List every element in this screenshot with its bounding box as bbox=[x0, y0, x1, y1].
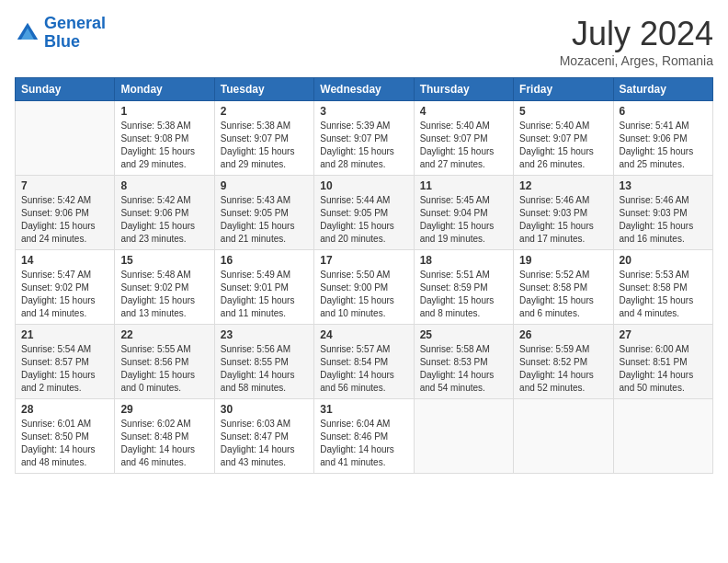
calendar-cell: 16 Sunrise: 5:49 AM Sunset: 9:01 PM Dayl… bbox=[214, 250, 313, 325]
sunset-text: Sunset: 8:48 PM bbox=[120, 431, 188, 442]
day-info: Sunrise: 5:45 AM Sunset: 9:04 PM Dayligh… bbox=[420, 194, 507, 246]
weekday-header: Friday bbox=[514, 78, 613, 101]
day-number: 14 bbox=[21, 254, 108, 267]
day-info: Sunrise: 5:40 AM Sunset: 9:07 PM Dayligh… bbox=[420, 120, 507, 171]
day-info: Sunrise: 5:51 AM Sunset: 8:59 PM Dayligh… bbox=[420, 269, 507, 320]
calendar-table: SundayMondayTuesdayWednesdayThursdayFrid… bbox=[15, 77, 713, 474]
day-number: 21 bbox=[21, 328, 108, 341]
daylight-text: Daylight: 15 hours and 6 minutes. bbox=[519, 295, 594, 318]
day-info: Sunrise: 5:42 AM Sunset: 9:06 PM Dayligh… bbox=[21, 194, 108, 246]
calendar-cell: 5 Sunrise: 5:40 AM Sunset: 9:07 PM Dayli… bbox=[514, 101, 613, 176]
calendar-cell bbox=[613, 399, 712, 474]
month-year: July 2024 bbox=[560, 15, 713, 53]
day-number: 12 bbox=[519, 179, 607, 192]
day-number: 27 bbox=[620, 328, 707, 341]
sunrise-text: Sunrise: 5:47 AM bbox=[21, 270, 91, 280]
sunset-text: Sunset: 8:59 PM bbox=[420, 282, 488, 293]
day-info: Sunrise: 5:38 AM Sunset: 9:08 PM Dayligh… bbox=[120, 120, 208, 171]
calendar-week-row: 7 Sunrise: 5:42 AM Sunset: 9:06 PM Dayli… bbox=[16, 176, 713, 250]
weekday-header: Sunday bbox=[16, 78, 115, 101]
sunset-text: Sunset: 8:58 PM bbox=[620, 282, 688, 293]
sunrise-text: Sunrise: 5:58 AM bbox=[420, 344, 490, 354]
sunrise-text: Sunrise: 5:38 AM bbox=[221, 121, 290, 131]
daylight-text: Daylight: 14 hours and 54 minutes. bbox=[420, 370, 495, 393]
day-number: 22 bbox=[120, 328, 208, 341]
calendar-cell: 19 Sunrise: 5:52 AM Sunset: 8:58 PM Dayl… bbox=[514, 250, 613, 325]
calendar-cell: 13 Sunrise: 5:46 AM Sunset: 9:03 PM Dayl… bbox=[613, 176, 712, 250]
daylight-text: Daylight: 14 hours and 50 minutes. bbox=[620, 370, 694, 393]
daylight-text: Daylight: 15 hours and 19 minutes. bbox=[420, 221, 495, 244]
daylight-text: Daylight: 15 hours and 2 minutes. bbox=[21, 370, 96, 393]
day-number: 6 bbox=[620, 105, 707, 118]
day-info: Sunrise: 5:55 AM Sunset: 8:56 PM Dayligh… bbox=[120, 343, 208, 395]
daylight-text: Daylight: 15 hours and 29 minutes. bbox=[221, 146, 295, 169]
calendar-cell: 23 Sunrise: 5:56 AM Sunset: 8:55 PM Dayl… bbox=[214, 325, 313, 399]
day-info: Sunrise: 6:00 AM Sunset: 8:51 PM Dayligh… bbox=[620, 343, 707, 395]
day-number: 8 bbox=[120, 179, 208, 192]
day-number: 29 bbox=[120, 403, 208, 416]
sunrise-text: Sunrise: 6:03 AM bbox=[221, 419, 290, 429]
calendar-cell: 24 Sunrise: 5:57 AM Sunset: 8:54 PM Dayl… bbox=[314, 325, 414, 399]
sunrise-text: Sunrise: 5:52 AM bbox=[519, 270, 589, 280]
day-info: Sunrise: 5:48 AM Sunset: 9:02 PM Dayligh… bbox=[120, 269, 208, 320]
sunrise-text: Sunrise: 5:55 AM bbox=[120, 344, 190, 354]
sunrise-text: Sunrise: 5:54 AM bbox=[21, 344, 91, 354]
day-number: 5 bbox=[519, 105, 607, 118]
sunset-text: Sunset: 9:06 PM bbox=[620, 133, 688, 144]
daylight-text: Daylight: 15 hours and 4 minutes. bbox=[620, 295, 694, 318]
daylight-text: Daylight: 14 hours and 48 minutes. bbox=[21, 444, 96, 467]
sunrise-text: Sunrise: 5:53 AM bbox=[620, 270, 689, 280]
title-block: July 2024 Mozaceni, Arges, Romania bbox=[560, 15, 713, 68]
day-number: 15 bbox=[120, 254, 208, 267]
sunset-text: Sunset: 9:03 PM bbox=[519, 208, 587, 218]
daylight-text: Daylight: 14 hours and 43 minutes. bbox=[221, 444, 295, 467]
daylight-text: Daylight: 15 hours and 27 minutes. bbox=[420, 146, 495, 169]
calendar-cell bbox=[514, 399, 613, 474]
sunrise-text: Sunrise: 5:50 AM bbox=[320, 270, 390, 280]
sunrise-text: Sunrise: 5:40 AM bbox=[420, 121, 490, 131]
sunset-text: Sunset: 8:53 PM bbox=[420, 357, 488, 367]
calendar-cell: 31 Sunrise: 6:04 AM Sunset: 8:46 PM Dayl… bbox=[314, 399, 414, 474]
sunset-text: Sunset: 8:54 PM bbox=[320, 357, 388, 367]
daylight-text: Daylight: 15 hours and 11 minutes. bbox=[221, 295, 295, 318]
daylight-text: Daylight: 15 hours and 25 minutes. bbox=[620, 146, 694, 169]
page-header: General Blue July 2024 Mozaceni, Arges, … bbox=[15, 15, 713, 68]
sunset-text: Sunset: 9:07 PM bbox=[320, 133, 388, 144]
day-info: Sunrise: 5:46 AM Sunset: 9:03 PM Dayligh… bbox=[620, 194, 707, 246]
calendar-cell: 3 Sunrise: 5:39 AM Sunset: 9:07 PM Dayli… bbox=[314, 101, 414, 176]
sunset-text: Sunset: 9:05 PM bbox=[320, 208, 388, 218]
calendar-cell: 29 Sunrise: 6:02 AM Sunset: 8:48 PM Dayl… bbox=[115, 399, 214, 474]
daylight-text: Daylight: 15 hours and 8 minutes. bbox=[420, 295, 495, 318]
calendar-cell: 14 Sunrise: 5:47 AM Sunset: 9:02 PM Dayl… bbox=[16, 250, 115, 325]
logo: General Blue bbox=[15, 15, 106, 52]
daylight-text: Daylight: 14 hours and 52 minutes. bbox=[519, 370, 594, 393]
sunset-text: Sunset: 9:02 PM bbox=[120, 282, 188, 293]
sunset-text: Sunset: 9:06 PM bbox=[21, 208, 89, 218]
day-number: 11 bbox=[420, 179, 507, 192]
calendar-header-row: SundayMondayTuesdayWednesdayThursdayFrid… bbox=[16, 78, 713, 101]
day-info: Sunrise: 5:47 AM Sunset: 9:02 PM Dayligh… bbox=[21, 269, 108, 320]
day-info: Sunrise: 6:01 AM Sunset: 8:50 PM Dayligh… bbox=[21, 418, 108, 469]
daylight-text: Daylight: 15 hours and 16 minutes. bbox=[620, 221, 694, 244]
sunset-text: Sunset: 9:04 PM bbox=[420, 208, 488, 218]
calendar-cell: 17 Sunrise: 5:50 AM Sunset: 9:00 PM Dayl… bbox=[314, 250, 414, 325]
day-number: 4 bbox=[420, 105, 507, 118]
daylight-text: Daylight: 14 hours and 56 minutes. bbox=[320, 370, 394, 393]
sunrise-text: Sunrise: 5:46 AM bbox=[519, 195, 589, 205]
day-info: Sunrise: 5:52 AM Sunset: 8:58 PM Dayligh… bbox=[519, 269, 607, 320]
sunrise-text: Sunrise: 6:02 AM bbox=[120, 419, 190, 429]
sunrise-text: Sunrise: 5:56 AM bbox=[221, 344, 290, 354]
day-number: 30 bbox=[221, 403, 308, 416]
sunset-text: Sunset: 9:02 PM bbox=[21, 282, 89, 293]
day-info: Sunrise: 5:50 AM Sunset: 9:00 PM Dayligh… bbox=[320, 269, 407, 320]
calendar-cell: 15 Sunrise: 5:48 AM Sunset: 9:02 PM Dayl… bbox=[115, 250, 214, 325]
day-number: 7 bbox=[21, 179, 108, 192]
day-info: Sunrise: 5:46 AM Sunset: 9:03 PM Dayligh… bbox=[519, 194, 607, 246]
sunrise-text: Sunrise: 5:38 AM bbox=[120, 121, 190, 131]
sunrise-text: Sunrise: 5:49 AM bbox=[221, 270, 290, 280]
day-number: 9 bbox=[221, 179, 308, 192]
calendar-cell: 22 Sunrise: 5:55 AM Sunset: 8:56 PM Dayl… bbox=[115, 325, 214, 399]
sunset-text: Sunset: 9:00 PM bbox=[320, 282, 388, 293]
sunrise-text: Sunrise: 6:00 AM bbox=[620, 344, 689, 354]
day-info: Sunrise: 6:04 AM Sunset: 8:46 PM Dayligh… bbox=[320, 418, 407, 469]
